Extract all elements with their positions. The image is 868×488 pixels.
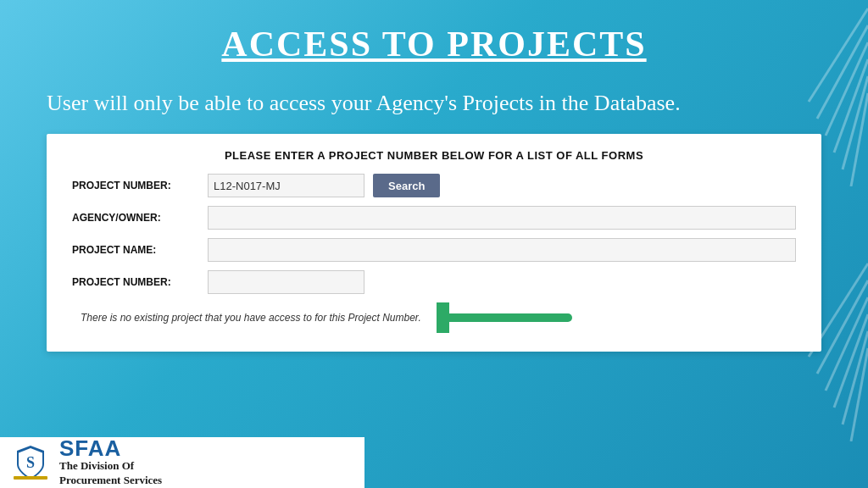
subtitle-text: User will only be able to access your Ag… (0, 73, 868, 134)
svg-text:S: S (26, 454, 35, 471)
project-name-label: PROJECT NAME: (72, 244, 208, 256)
svg-line-8 (826, 297, 868, 391)
error-row: There is no existing project that you ha… (72, 302, 796, 333)
search-button[interactable]: Search (373, 174, 440, 197)
form-card: PLEASE ENTER A PROJECT NUMBER BELOW FOR … (47, 134, 821, 352)
svg-line-9 (834, 314, 868, 408)
sfaa-shield-logo: S (12, 444, 49, 481)
project-number-row: PROJECT NUMBER: Search (72, 174, 796, 197)
page-title-container: Access To Projects (0, 0, 868, 73)
subtitle: User will only be able to access your Ag… (47, 91, 681, 115)
svg-line-11 (851, 348, 868, 441)
agency-owner-row: AGENCY/OWNER: (72, 206, 796, 230)
project-name-input[interactable] (208, 238, 796, 262)
logo-bar: S SFAA The Division Of Procurement Servi… (0, 437, 364, 488)
project-name-row: PROJECT NAME: (72, 238, 796, 262)
project-number-bottom-input[interactable] (208, 270, 364, 294)
project-number-bottom-label: PROJECT NUMBER: (72, 276, 208, 288)
project-number-input[interactable] (208, 174, 364, 197)
logo-text-container: SFAA The Division Of Procurement Service… (59, 437, 162, 488)
arrow-container (437, 302, 572, 333)
logo-line2: Procurement Services (59, 474, 162, 488)
project-number-label: PROJECT NUMBER: (72, 180, 208, 191)
page-title: Access To Projects (0, 24, 868, 64)
card-title: PLEASE ENTER A PROJECT NUMBER BELOW FOR … (72, 149, 796, 162)
svg-rect-15 (14, 476, 47, 480)
logo-line1: The Division Of (59, 459, 162, 474)
logo-sfaa-text: SFAA (59, 437, 162, 459)
error-message: There is no existing project that you ha… (81, 312, 421, 324)
agency-owner-input[interactable] (208, 206, 796, 230)
svg-line-10 (843, 331, 868, 424)
agency-owner-label: AGENCY/OWNER: (72, 212, 208, 224)
arrow-icon (437, 302, 572, 333)
project-number-bottom-row: PROJECT NUMBER: (72, 270, 796, 294)
svg-line-7 (817, 280, 868, 374)
